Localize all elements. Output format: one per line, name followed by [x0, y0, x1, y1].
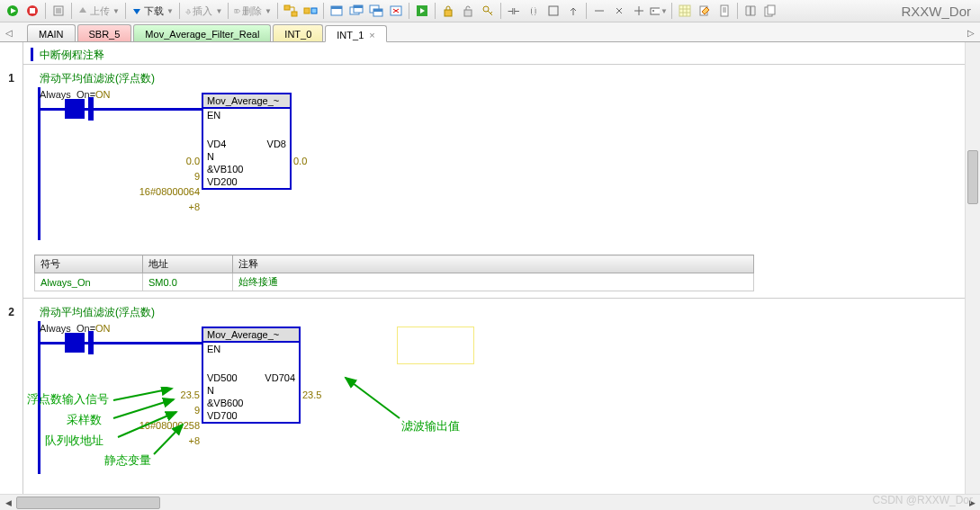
- insert-icon: ⎀: [185, 5, 192, 17]
- arrow-up-icon: [77, 5, 88, 16]
- hline-icon[interactable]: [590, 2, 608, 20]
- delete-menu[interactable]: ⌦ 删除▼: [232, 4, 274, 18]
- tool-network-icon[interactable]: [282, 2, 300, 20]
- col-header[interactable]: 符号: [35, 255, 143, 273]
- svg-rect-6: [292, 12, 297, 16]
- branch-up-icon[interactable]: [564, 2, 582, 20]
- lock-icon[interactable]: [439, 2, 457, 20]
- svg-line-32: [118, 412, 176, 437]
- reset-icon[interactable]: ▼: [650, 2, 668, 20]
- annotation-float-input: 浮点数输入信号: [27, 391, 109, 407]
- svg-rect-20: [464, 10, 472, 16]
- pin: N: [207, 151, 214, 162]
- function-block[interactable]: Mov_Average_~ EN VD4VD8 N &VB100 VD200 0…: [202, 93, 292, 190]
- delete-icon: ⌦: [234, 5, 240, 17]
- scroll-left-button[interactable]: ◀: [0, 496, 16, 510]
- en-pin: EN: [207, 110, 220, 121]
- en-pin: EN: [207, 344, 220, 354]
- tab-main[interactable]: MAIN: [27, 24, 76, 41]
- interrupt-bar: [31, 48, 33, 61]
- function-block[interactable]: Mov_Average_~ EN VD500VD704 N &VB600 VD7…: [202, 327, 301, 424]
- arrow-icon: [109, 387, 190, 459]
- svg-rect-16: [373, 9, 382, 12]
- param-value: 9: [194, 405, 200, 416]
- vline-icon[interactable]: [610, 2, 628, 20]
- contact-icon[interactable]: ⊣⊢: [505, 2, 523, 20]
- insert-menu[interactable]: ⎀ 插入▼: [184, 4, 225, 18]
- tab-scroll-left[interactable]: ◁: [5, 28, 13, 38]
- pin: VD704: [265, 372, 295, 383]
- symbol-table[interactable]: 符号地址注释 Always_OnSM0.0始终接通: [34, 255, 754, 291]
- pin: N: [207, 385, 214, 396]
- network-number: 1: [0, 72, 22, 85]
- stop-button[interactable]: [23, 2, 41, 20]
- cell: SM0.0: [143, 273, 233, 291]
- horizontal-scrollbar[interactable]: ◀ ▶: [0, 494, 980, 510]
- gutter: 1 2: [0, 42, 23, 494]
- interrupt-comment: 中断例程注释: [40, 48, 104, 63]
- app-title: RXXW_Dor: [901, 4, 976, 19]
- window-cascade-icon[interactable]: [347, 2, 365, 20]
- scroll-right-button[interactable]: ▶: [964, 496, 980, 510]
- go-button[interactable]: [413, 2, 431, 20]
- param-value: 0.0: [186, 156, 200, 166]
- contact-closed[interactable]: [65, 99, 85, 119]
- tab-int0[interactable]: INT_0: [273, 24, 323, 41]
- copy-icon[interactable]: [761, 2, 779, 20]
- edit-icon[interactable]: [696, 2, 714, 20]
- svg-line-33: [154, 425, 183, 454]
- contact-open[interactable]: [88, 331, 94, 354]
- book-icon[interactable]: [742, 2, 760, 20]
- pin: VD8: [267, 139, 286, 149]
- cell: 始终接通: [233, 273, 754, 291]
- table-row[interactable]: Always_OnSM0.0始终接通: [35, 273, 754, 291]
- col-header[interactable]: 注释: [233, 255, 754, 273]
- tab-int1[interactable]: INT_1×: [325, 25, 386, 42]
- tab-sbr5[interactable]: SBR_5: [77, 24, 132, 41]
- annotation-filter-out: 滤波输出值: [401, 418, 460, 434]
- pin: VD500: [207, 372, 238, 383]
- param-value: 9: [194, 171, 200, 182]
- doc-icon[interactable]: [715, 2, 733, 20]
- contact-open[interactable]: [88, 97, 94, 121]
- unlock-icon[interactable]: [459, 2, 477, 20]
- run-button[interactable]: [4, 2, 22, 20]
- scrollbar-thumb[interactable]: [967, 150, 978, 204]
- svg-rect-22: [549, 6, 558, 15]
- svg-line-34: [346, 378, 400, 418]
- param-value: 23.5: [302, 389, 321, 400]
- pin: VD200: [207, 176, 238, 187]
- download-menu[interactable]: 下载▼: [130, 4, 175, 18]
- svg-rect-7: [304, 8, 310, 13]
- svg-rect-19: [445, 10, 452, 16]
- svg-rect-8: [311, 8, 317, 13]
- param-value: +8: [188, 435, 200, 446]
- tab-scroll-right[interactable]: ▷: [967, 28, 975, 38]
- close-icon[interactable]: ×: [369, 30, 374, 40]
- tool-branch-icon[interactable]: [301, 2, 319, 20]
- box-icon[interactable]: [544, 2, 562, 20]
- compile-button[interactable]: [49, 2, 67, 20]
- network-number: 2: [0, 306, 22, 318]
- window-close-icon[interactable]: [387, 2, 405, 20]
- col-header[interactable]: 地址: [143, 255, 233, 273]
- svg-rect-29: [768, 5, 775, 14]
- param-value: +8: [188, 201, 200, 212]
- block-name: Mov_Average_~: [203, 94, 290, 109]
- scrollbar-track[interactable]: [16, 496, 964, 510]
- tab-mov-average[interactable]: Mov_Average_Filter_Real: [133, 24, 271, 41]
- coil-icon[interactable]: ⟮⟯: [525, 2, 543, 20]
- hline2-icon[interactable]: [630, 2, 648, 20]
- scrollbar-thumb[interactable]: [16, 497, 160, 509]
- upload-menu[interactable]: 上传▼: [76, 4, 121, 18]
- arrow-icon: [337, 373, 409, 427]
- contact-closed[interactable]: [65, 333, 85, 353]
- svg-rect-13: [354, 5, 363, 8]
- grid-icon[interactable]: [676, 2, 694, 20]
- tab-bar: ◁ MAIN SBR_5 Mov_Average_Filter_Real INT…: [0, 22, 980, 42]
- window-tile-icon[interactable]: [367, 2, 385, 20]
- vertical-scrollbar[interactable]: [965, 42, 980, 494]
- key-icon[interactable]: [479, 2, 497, 20]
- annotation-queue-addr: 队列收地址: [45, 433, 103, 449]
- window-new-icon[interactable]: [328, 2, 346, 20]
